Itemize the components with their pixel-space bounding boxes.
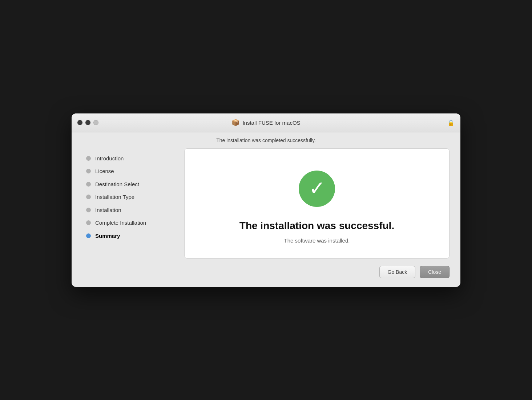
status-text: The installation was completed successfu… [216, 137, 316, 143]
close-button-footer[interactable]: Close [420, 266, 450, 278]
sidebar-label-introduction: Introduction [95, 155, 124, 162]
minimize-button[interactable] [85, 120, 90, 125]
sidebar-item-installation-type[interactable]: Installation Type [82, 191, 177, 204]
sidebar-label-installation: Installation [95, 207, 121, 214]
sidebar-item-complete-installation[interactable]: Complete Installation [82, 216, 177, 229]
titlebar: 📦 Install FUSE for macOS 🔒 [72, 113, 460, 132]
sidebar-label-installation-type: Installation Type [95, 193, 134, 201]
sidebar-dot-license [86, 169, 91, 173]
window-controls [77, 120, 98, 125]
sidebar-dot-destination-select [86, 182, 91, 187]
app-icon: 📦 [231, 119, 239, 127]
sidebar-label-complete-installation: Complete Installation [95, 219, 146, 227]
sidebar: Introduction License Destination Select … [82, 148, 177, 266]
go-back-button[interactable]: Go Back [379, 266, 416, 278]
sidebar-item-installation[interactable]: Installation [82, 204, 177, 217]
sidebar-item-introduction[interactable]: Introduction [82, 152, 177, 165]
sidebar-item-destination-select[interactable]: Destination Select [82, 178, 177, 191]
window-title: Install FUSE for macOS [242, 120, 300, 126]
sidebar-dot-summary [86, 233, 91, 238]
status-bar: The installation was completed successfu… [72, 132, 460, 148]
success-subtitle: The software was installed. [284, 237, 350, 244]
sidebar-label-license: License [95, 168, 114, 175]
sidebar-dot-installation-type [86, 195, 91, 199]
sidebar-dot-introduction [86, 156, 91, 161]
sidebar-item-license[interactable]: License [82, 165, 177, 178]
main-content: Introduction License Destination Select … [72, 148, 460, 266]
installer-window: 📦 Install FUSE for macOS 🔒 The installat… [72, 113, 460, 287]
sidebar-dot-installation [86, 208, 91, 212]
maximize-button[interactable] [93, 120, 98, 125]
lock-icon: 🔒 [447, 119, 455, 126]
sidebar-item-summary[interactable]: Summary [82, 229, 177, 243]
close-button[interactable] [77, 120, 82, 125]
success-title: The installation was successful. [239, 220, 394, 232]
sidebar-dot-complete-installation [86, 220, 91, 225]
checkmark-icon: ✓ [309, 178, 325, 198]
content-panel: ✓ The installation was successful. The s… [184, 148, 450, 259]
sidebar-label-destination-select: Destination Select [95, 181, 139, 188]
footer: Go Back Close [72, 266, 460, 287]
window-title-container: 📦 Install FUSE for macOS [231, 119, 300, 127]
sidebar-label-summary: Summary [95, 232, 120, 240]
success-icon-circle: ✓ [299, 171, 335, 207]
